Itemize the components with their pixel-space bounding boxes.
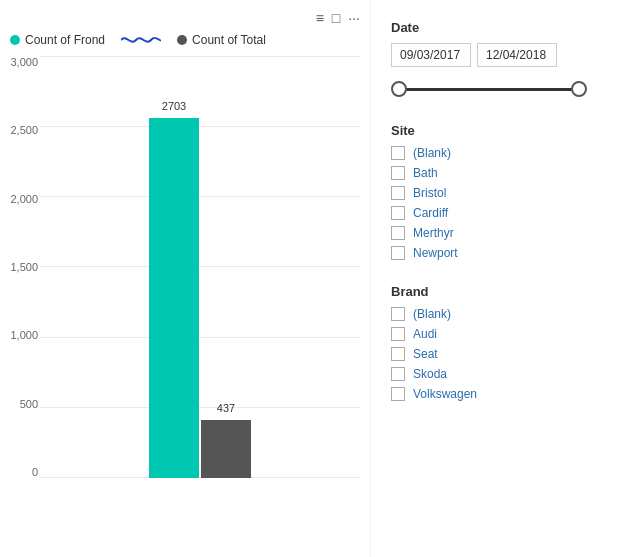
brand-checkbox-list: (Blank) Audi Seat Skoda Volkswagen — [391, 307, 609, 401]
brand-option-skoda[interactable]: Skoda — [391, 367, 609, 381]
brand-option-seat[interactable]: Seat — [391, 347, 609, 361]
brand-option-audi[interactable]: Audi — [391, 327, 609, 341]
annotation — [121, 32, 161, 48]
hamburger-icon[interactable]: ≡ — [316, 10, 324, 26]
expand-icon[interactable]: □ — [332, 10, 340, 26]
site-section-title: Site — [391, 123, 609, 138]
site-checkbox-bath[interactable] — [391, 166, 405, 180]
slider-track — [399, 88, 579, 91]
site-label-cardiff: Cardiff — [413, 206, 448, 220]
site-label-blank: (Blank) — [413, 146, 451, 160]
site-label-newport: Newport — [413, 246, 458, 260]
bar-group-1: 2703 437 — [149, 118, 251, 478]
bars-container: 2703 437 — [40, 56, 360, 478]
site-option-merthyr[interactable]: Merthyr — [391, 226, 609, 240]
slider-thumb-left[interactable] — [391, 81, 407, 97]
site-option-bath[interactable]: Bath — [391, 166, 609, 180]
brand-checkbox-skoda[interactable] — [391, 367, 405, 381]
range-slider[interactable] — [391, 79, 609, 99]
chart-toolbar: ≡ □ ··· — [10, 10, 360, 26]
legend-label-frond: Count of Frond — [25, 33, 105, 47]
site-label-merthyr: Merthyr — [413, 226, 454, 240]
site-checkbox-bristol[interactable] — [391, 186, 405, 200]
site-option-cardiff[interactable]: Cardiff — [391, 206, 609, 220]
legend-dot-gray — [177, 35, 187, 45]
chart-legend: Count of Frond Count of Total — [10, 32, 360, 48]
bar-teal[interactable]: 2703 — [149, 118, 199, 478]
brand-label-blank: (Blank) — [413, 307, 451, 321]
bar-gray[interactable]: 437 — [201, 420, 251, 478]
y-label-2500: 2,500 — [10, 124, 38, 136]
site-label-bath: Bath — [413, 166, 438, 180]
site-option-newport[interactable]: Newport — [391, 246, 609, 260]
site-label-bristol: Bristol — [413, 186, 446, 200]
brand-label-audi: Audi — [413, 327, 437, 341]
y-label-1000: 1,000 — [10, 329, 38, 341]
date-inputs: 09/03/2017 12/04/2018 — [391, 43, 609, 67]
brand-checkbox-blank[interactable] — [391, 307, 405, 321]
date-section: Date 09/03/2017 12/04/2018 — [391, 20, 609, 99]
brand-checkbox-volkswagen[interactable] — [391, 387, 405, 401]
legend-item-teal: Count of Frond — [10, 33, 105, 47]
brand-option-volkswagen[interactable]: Volkswagen — [391, 387, 609, 401]
y-label-2000: 2,000 — [10, 193, 38, 205]
y-label-1500: 1,500 — [10, 261, 38, 273]
bar-teal-label: 2703 — [162, 100, 186, 112]
site-checkbox-blank[interactable] — [391, 146, 405, 160]
more-options-icon[interactable]: ··· — [348, 10, 360, 26]
site-option-blank[interactable]: (Blank) — [391, 146, 609, 160]
brand-label-skoda: Skoda — [413, 367, 447, 381]
y-axis: 3,000 2,500 2,000 1,500 1,000 500 0 — [10, 56, 38, 496]
legend-label-total: Count of Total — [192, 33, 266, 47]
slider-thumb-right[interactable] — [571, 81, 587, 97]
site-checkbox-cardiff[interactable] — [391, 206, 405, 220]
site-section: Site (Blank) Bath Bristol Cardiff Merthy… — [391, 123, 609, 260]
chart-area: 3,000 2,500 2,000 1,500 1,000 500 0 2703 — [40, 56, 360, 496]
y-label-500: 500 — [20, 398, 38, 410]
date-start[interactable]: 09/03/2017 — [391, 43, 471, 67]
filter-panel: Date 09/03/2017 12/04/2018 Site (Blank) — [370, 0, 629, 557]
brand-checkbox-audi[interactable] — [391, 327, 405, 341]
site-checkbox-merthyr[interactable] — [391, 226, 405, 240]
brand-label-volkswagen: Volkswagen — [413, 387, 477, 401]
legend-item-total: Count of Total — [177, 33, 266, 47]
brand-checkbox-seat[interactable] — [391, 347, 405, 361]
bar-gray-label: 437 — [217, 402, 235, 414]
date-end[interactable]: 12/04/2018 — [477, 43, 557, 67]
brand-option-blank[interactable]: (Blank) — [391, 307, 609, 321]
chart-panel: ≡ □ ··· Count of Frond Count of Total 3,… — [0, 0, 370, 557]
site-checkbox-newport[interactable] — [391, 246, 405, 260]
site-option-bristol[interactable]: Bristol — [391, 186, 609, 200]
date-section-title: Date — [391, 20, 609, 35]
y-label-3000: 3,000 — [10, 56, 38, 68]
site-checkbox-list: (Blank) Bath Bristol Cardiff Merthyr New… — [391, 146, 609, 260]
y-label-0: 0 — [32, 466, 38, 478]
date-range: 09/03/2017 12/04/2018 — [391, 43, 609, 99]
brand-section: Brand (Blank) Audi Seat Skoda Volkswagen — [391, 284, 609, 401]
legend-dot-teal — [10, 35, 20, 45]
brand-label-seat: Seat — [413, 347, 438, 361]
brand-section-title: Brand — [391, 284, 609, 299]
